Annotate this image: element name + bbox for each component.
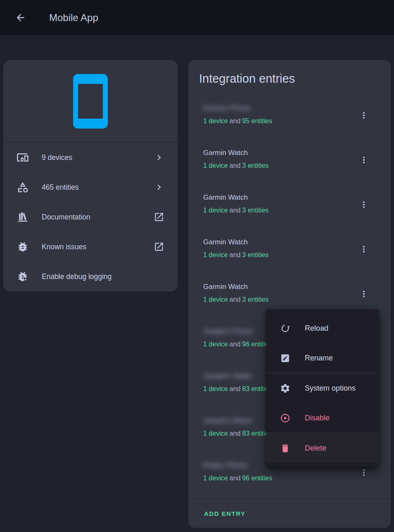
integration-icon-area [3, 60, 178, 143]
menu-item-disable[interactable]: Disable [266, 403, 379, 433]
menu-item-reload[interactable]: Reload [266, 313, 379, 343]
subtitle-and: and [230, 341, 241, 348]
info-row-documentation[interactable]: Documentation [3, 202, 178, 232]
devices-link[interactable]: 1 device [203, 430, 228, 437]
info-row-label: 9 devices [42, 153, 72, 162]
menu-item-label: Disable [305, 414, 330, 422]
entry-subtitle: 1 deviceand3 entities [203, 295, 354, 304]
subtitle-and: and [230, 162, 241, 169]
entry-subtitle: 1 deviceand95 entities [203, 117, 354, 126]
devices-link[interactable]: 1 device [203, 162, 228, 169]
info-row-label: Enable debug logging [42, 272, 112, 281]
delete-icon [280, 443, 290, 453]
menu-item-label: Reload [305, 324, 328, 333]
info-row-entities[interactable]: 465 entities [3, 172, 178, 202]
subtitle-and: and [230, 475, 241, 482]
subtitle-and: and [230, 385, 241, 392]
menu-item-label: Rename [305, 354, 333, 363]
back-button[interactable] [10, 8, 30, 28]
entry-name: Garmin Watch [203, 148, 354, 157]
entry-context-menu: Reload Rename System options Disable Del… [266, 309, 379, 467]
subtitle-and: and [230, 251, 241, 258]
entry-name: Garmin Watch [203, 282, 354, 291]
reload-icon [280, 323, 290, 334]
dots-vertical-icon [359, 468, 369, 477]
entities-link[interactable]: 3 entities [242, 162, 268, 169]
menu-item-label: Delete [305, 444, 326, 453]
open-in-new-icon [154, 212, 164, 222]
info-row-label: Documentation [42, 213, 90, 222]
devices-link[interactable]: 1 device [203, 341, 228, 348]
devices-link[interactable]: 1 device [203, 117, 228, 124]
bug-icon [17, 241, 29, 253]
devices-link[interactable]: 1 device [203, 207, 228, 214]
integration-entry: Emma's Phone 1 deviceand95 entities [188, 96, 391, 141]
dots-vertical-icon [359, 155, 369, 165]
entities-link[interactable]: 3 entities [242, 207, 268, 214]
devices-link[interactable]: 1 device [203, 296, 228, 303]
entities-link[interactable]: 3 entities [242, 251, 268, 258]
open-in-new-icon [154, 241, 164, 252]
menu-item-rename[interactable]: Rename [266, 343, 379, 373]
chevron-right-icon [154, 152, 164, 163]
entities-link[interactable]: 95 entities [242, 117, 272, 124]
info-row-debug-logging[interactable]: Enable debug logging [3, 262, 178, 291]
info-row-label: Known issues [42, 243, 86, 251]
info-row-label: 465 entities [42, 183, 79, 192]
devices-link[interactable]: 1 device [203, 251, 228, 258]
menu-item-delete[interactable]: Delete [266, 433, 379, 463]
entry-subtitle: 1 deviceand3 entities [203, 161, 354, 170]
rename-box-icon [280, 353, 290, 363]
devices-link[interactable]: 1 device [203, 475, 228, 482]
arrow-left-icon [15, 12, 26, 23]
dots-vertical-icon [359, 110, 369, 120]
entry-subtitle: 1 deviceand3 entities [203, 206, 354, 215]
add-entry-button[interactable]: ADD ENTRY [197, 503, 252, 524]
entry-name: Garmin Watch [203, 238, 354, 247]
integration-info-card: 9 devices 465 entities Documentation Kno… [3, 60, 178, 291]
shapes-icon [17, 181, 29, 193]
subtitle-and: and [230, 430, 241, 437]
cog-icon [280, 383, 290, 394]
stop-circle-icon [280, 413, 290, 423]
integration-entry: Garmin Watch 1 deviceand3 entities [188, 141, 391, 186]
dots-vertical-icon [359, 289, 369, 299]
page-title: Mobile App [49, 12, 98, 24]
app-header: Mobile App [0, 0, 394, 35]
entry-name: Garmin Watch [203, 193, 354, 202]
entry-menu-button[interactable] [354, 195, 374, 215]
devices-icon [17, 151, 29, 164]
menu-item-system-options[interactable]: System options [266, 373, 379, 403]
entry-menu-button[interactable] [354, 284, 374, 304]
entities-link[interactable]: 3 entities [242, 296, 268, 303]
subtitle-and: and [230, 117, 241, 124]
subtitle-and: and [230, 296, 241, 303]
subtitle-and: and [230, 207, 241, 214]
entry-name: Emma's Phone [203, 104, 354, 113]
dots-vertical-icon [359, 244, 369, 254]
info-row-known-issues[interactable]: Known issues [3, 232, 178, 262]
bug-play-icon [17, 270, 29, 283]
bookshelf-icon [17, 211, 29, 223]
entities-link[interactable]: 96 entities [242, 475, 272, 482]
entry-menu-button[interactable] [354, 239, 374, 259]
dots-vertical-icon [359, 200, 369, 210]
integration-entry: Garmin Watch 1 deviceand3 entities [188, 230, 391, 275]
entry-subtitle: 1 deviceand96 entities [203, 474, 354, 483]
entry-subtitle: 1 deviceand3 entities [203, 250, 354, 260]
chevron-right-icon [154, 182, 164, 193]
cellphone-icon [61, 72, 120, 131]
devices-link[interactable]: 1 device [203, 385, 228, 392]
entry-menu-button[interactable] [354, 105, 374, 125]
entry-menu-button[interactable] [354, 150, 374, 170]
entries-card-footer: ADD ENTRY [188, 499, 391, 528]
info-row-devices[interactable]: 9 devices [3, 143, 178, 172]
integration-entry: Garmin Watch 1 deviceand3 entities [188, 186, 391, 230]
menu-item-label: System options [305, 384, 356, 393]
entries-card-title: Integration entries [188, 60, 391, 87]
